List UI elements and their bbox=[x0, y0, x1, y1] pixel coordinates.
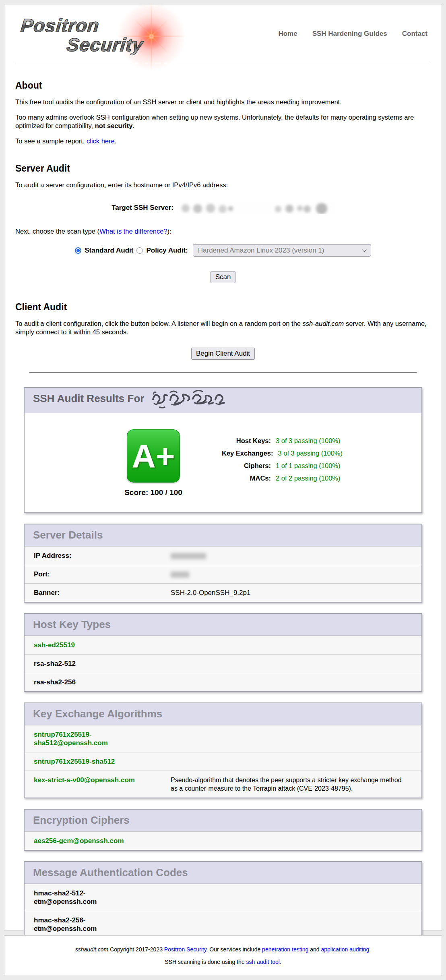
main-card: Positron Security Home SSH Hardening Gui… bbox=[4, 4, 442, 930]
detail-value bbox=[171, 551, 412, 560]
algorithm-row: rsa-sha2-256 bbox=[25, 673, 421, 691]
scan-type-choice-row: Standard Audit Policy Audit: Hardened Am… bbox=[15, 244, 431, 257]
stat-value: 2 of 2 passing (100%) bbox=[276, 474, 341, 482]
algorithm-row: rsa-sha2-512 bbox=[25, 654, 421, 673]
server-audit-intro-text: To audit a server configuration, enter i… bbox=[15, 181, 228, 189]
redacted-value-smudge bbox=[171, 572, 189, 578]
results-panel-title: SSH Audit Results For bbox=[33, 392, 144, 404]
algorithm-name: sntrup761x25519- sha512@openssh.com bbox=[34, 730, 167, 747]
standard-audit-label[interactable]: Standard Audit bbox=[85, 247, 133, 255]
host-key-types-title: Host Key Types bbox=[33, 618, 111, 630]
about-p1-text: This free tool audits the configuration … bbox=[15, 98, 342, 106]
stats-list: Host Keys: 3 of 3 passing (100%) Key Exc… bbox=[222, 437, 343, 497]
detail-value: SSH-2.0-OpenSSH_9.2p1 bbox=[171, 588, 412, 597]
radio-dot bbox=[76, 249, 80, 252]
scan-type-pre: Next, choose the scan type ( bbox=[15, 228, 99, 235]
ciphers-panel: Encryption Ciphers aes256-gcm@openssh.co… bbox=[24, 809, 422, 851]
standard-audit-radio[interactable] bbox=[75, 247, 81, 254]
detail-label: Banner: bbox=[34, 588, 167, 597]
redacted-hostname-scribble bbox=[151, 390, 227, 408]
results-panel: SSH Audit Results For A+ bbox=[24, 387, 422, 513]
logo-text-line2: Security bbox=[66, 34, 144, 56]
client-audit-text: To audit a client configuration, click t… bbox=[15, 320, 303, 327]
kex-header: Key Exchange Algorithms bbox=[25, 703, 421, 725]
footer-link-appaudit[interactable]: application auditing bbox=[321, 946, 369, 953]
input-redaction-smudge bbox=[182, 204, 190, 212]
algorithm-name: kex-strict-s-v00@openssh.com bbox=[34, 776, 167, 793]
main-nav: Home SSH Hardening Guides Contact bbox=[278, 30, 431, 38]
detail-row-ip: IP Address: bbox=[25, 546, 421, 565]
policy-audit-label[interactable]: Policy Audit: bbox=[146, 247, 188, 255]
footer-link-sshaudit-tool[interactable]: ssh-audit tool bbox=[246, 959, 280, 965]
server-audit-title: Server Audit bbox=[15, 163, 431, 174]
grade-column: A+ Score: 100 / 100 bbox=[85, 429, 222, 497]
stat-label: Host Keys: bbox=[222, 437, 271, 445]
scan-type-post: ): bbox=[167, 228, 171, 235]
scan-type-difference-link[interactable]: What is the difference? bbox=[99, 228, 167, 235]
footer-line-2: SSH scanning is done using the ssh-audit… bbox=[4, 959, 442, 965]
algorithm-name: hmac-sha2-512- etm@openssh.com bbox=[34, 889, 97, 905]
stat-value: 1 of 1 passing (100%) bbox=[276, 462, 341, 470]
about-p2-end: . bbox=[132, 122, 134, 129]
kex-panel: Key Exchange Algorithms sntrup761x25519-… bbox=[24, 702, 422, 798]
site-logo: Positron Security bbox=[15, 7, 188, 60]
site-header: Positron Security Home SSH Hardening Gui… bbox=[15, 4, 431, 63]
algorithm-name: rsa-sha2-256 bbox=[34, 678, 76, 686]
about-paragraph-2: Too many admins overlook SSH configurati… bbox=[15, 113, 431, 130]
footer-copy-text: Copyright 2017-2023 bbox=[108, 946, 164, 953]
detail-label: Port: bbox=[34, 570, 167, 578]
algorithm-name: rsa-sha2-512 bbox=[34, 660, 76, 667]
page-background: { "logo": { "line1": "Positron", "line2"… bbox=[0, 0, 446, 980]
grade-badge: A+ bbox=[127, 429, 180, 483]
about-paragraph-3: To see a sample report, click here. bbox=[15, 137, 431, 145]
footer-text: . Our services include bbox=[206, 946, 262, 953]
target-ssh-server-label: Target SSH Server: bbox=[112, 204, 173, 212]
policy-audit-radio[interactable] bbox=[136, 247, 143, 254]
stat-row: Key Exchanges: 3 of 3 passing (100%) bbox=[222, 449, 343, 457]
target-ssh-server-input[interactable] bbox=[177, 201, 334, 214]
footer-text: . bbox=[280, 959, 281, 965]
stat-row: Ciphers: 1 of 1 passing (100%) bbox=[222, 462, 343, 470]
algorithm-name: sntrup761x25519-sha512 bbox=[34, 757, 167, 766]
stat-value: 3 of 3 passing (100%) bbox=[276, 437, 341, 445]
about-p2-bold: not security bbox=[95, 122, 133, 129]
begin-client-audit-button[interactable]: Begin Client Audit bbox=[191, 348, 255, 360]
page-footer: sshaudit.com Copyright 2017-2023 Positro… bbox=[4, 935, 442, 976]
scan-type-text: Next, choose the scan type (What is the … bbox=[15, 228, 431, 235]
sample-report-link[interactable]: click here bbox=[87, 137, 115, 145]
logo-text-line1: Positron bbox=[20, 15, 100, 36]
scan-button[interactable]: Scan bbox=[211, 271, 236, 283]
server-audit-intro: To audit a server configuration, enter i… bbox=[15, 181, 431, 189]
server-details-title: Server Details bbox=[33, 529, 103, 541]
client-audit-paragraph: To audit a client configuration, click t… bbox=[15, 319, 431, 336]
algorithm-note bbox=[171, 730, 402, 747]
policy-select[interactable]: Hardened Amazon Linux 2023 (version 1) bbox=[193, 244, 371, 257]
policy-select-value: Hardened Amazon Linux 2023 (version 1) bbox=[198, 247, 324, 255]
stat-label: MACs: bbox=[222, 474, 271, 482]
about-paragraph-1: This free tool audits the configuration … bbox=[15, 98, 431, 106]
about-p2-text: Too many admins overlook SSH configurati… bbox=[15, 114, 414, 129]
algorithm-name: aes256-gcm@openssh.com bbox=[34, 837, 124, 845]
chevron-down-icon bbox=[362, 247, 366, 252]
footer-link-positron[interactable]: Positron Security bbox=[164, 946, 206, 953]
footer-site-name: sshaudit.com bbox=[75, 946, 108, 953]
server-details-panel: Server Details IP Address: Port: Banner:… bbox=[24, 524, 422, 603]
detail-row-port: Port: bbox=[25, 565, 421, 583]
nav-link-contact[interactable]: Contact bbox=[402, 30, 427, 38]
algorithm-name: ssh-ed25519 bbox=[34, 641, 75, 649]
algorithm-row: sntrup761x25519- sha512@openssh.com bbox=[25, 725, 421, 752]
kex-title: Key Exchange Algorithms bbox=[33, 708, 162, 720]
target-ssh-server-row: Target SSH Server: bbox=[15, 201, 431, 214]
about-p3-text: To see a sample report, bbox=[15, 137, 87, 145]
stat-value: 3 of 3 passing (100%) bbox=[278, 449, 343, 457]
host-key-types-header: Host Key Types bbox=[25, 614, 421, 636]
results-panel-header: SSH Audit Results For bbox=[25, 388, 421, 413]
grade-text: A+ bbox=[132, 437, 175, 475]
stat-row: MACs: 2 of 2 passing (100%) bbox=[222, 474, 343, 482]
macs-header: Message Authentication Codes bbox=[25, 862, 421, 884]
algorithm-row: hmac-sha2-256- etm@openssh.com bbox=[25, 911, 421, 938]
ciphers-title: Encryption Ciphers bbox=[33, 814, 130, 826]
nav-link-guides[interactable]: SSH Hardening Guides bbox=[312, 30, 387, 38]
footer-link-pentest[interactable]: penetration testing bbox=[262, 946, 308, 953]
nav-link-home[interactable]: Home bbox=[278, 30, 297, 38]
